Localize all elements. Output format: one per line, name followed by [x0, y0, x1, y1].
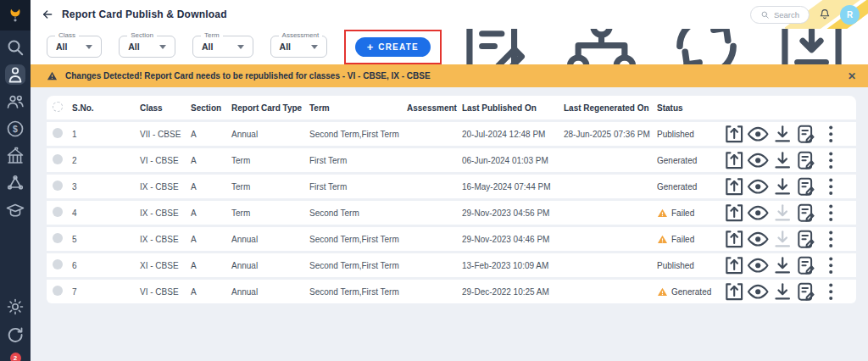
avatar[interactable]: R [840, 5, 860, 25]
institution-icon [5, 146, 25, 166]
cell-sno: 4 [68, 208, 136, 218]
cell-section: A [186, 130, 227, 139]
row-select-radio[interactable] [53, 259, 63, 269]
cell-sno: 2 [68, 156, 136, 165]
more-options-icon[interactable] [819, 175, 843, 198]
filter-bar: Class All Section All Term All Assessmen… [31, 29, 868, 64]
sidebar-item-network[interactable] [5, 173, 25, 193]
row-actions [721, 122, 856, 146]
view-icon[interactable] [746, 253, 770, 277]
cell-class: IX - CBSE [136, 235, 186, 244]
status-warning-icon [657, 234, 668, 245]
cell-last-published: 29-Dec-2022 10:25 AM [458, 287, 559, 297]
topbar: Report Card Publish & Download Search R [31, 0, 868, 29]
edit-log-icon[interactable] [794, 253, 818, 277]
publish-icon[interactable] [722, 201, 746, 225]
status-badge: Published [653, 261, 721, 270]
more-options-icon[interactable] [819, 122, 843, 146]
more-options-icon[interactable] [819, 227, 843, 251]
assessment-filter-select[interactable]: Assessment All [270, 36, 327, 58]
download-icon[interactable] [771, 175, 794, 198]
section-filter-select[interactable]: Section All [119, 36, 175, 58]
download-icon[interactable] [771, 280, 794, 303]
download-icon[interactable] [771, 122, 794, 146]
cell-term: Second Term [305, 208, 403, 218]
select-all-radio[interactable] [53, 102, 63, 112]
download-icon[interactable] [771, 201, 794, 225]
global-search-input[interactable]: Search [750, 6, 810, 24]
status-text: Failed [671, 235, 694, 244]
view-icon[interactable] [746, 175, 770, 198]
publish-icon[interactable] [722, 227, 746, 251]
download-icon[interactable] [771, 148, 794, 172]
row-select-radio[interactable] [53, 233, 63, 243]
cell-term: Second Term,First Term [305, 235, 403, 244]
status-badge: Generated [653, 286, 721, 297]
row-select-radio[interactable] [53, 128, 63, 138]
row-select-radio[interactable] [53, 154, 63, 164]
warning-banner-text: Changes Detected! Report Card needs to b… [65, 71, 431, 81]
download-icon[interactable] [771, 227, 794, 251]
status-text: Failed [671, 208, 694, 218]
row-select-radio[interactable] [53, 180, 63, 191]
view-icon[interactable] [746, 148, 770, 172]
row-select-radio[interactable] [53, 207, 63, 217]
status-text: Published [657, 261, 694, 270]
warning-banner: Changes Detected! Report Card needs to b… [31, 64, 868, 87]
back-arrow-icon[interactable] [41, 8, 54, 21]
edit-log-icon[interactable] [794, 280, 818, 303]
sidebar-item-student[interactable] [5, 64, 25, 85]
sidebar-item-fees[interactable]: $ [5, 119, 25, 139]
edit-log-icon[interactable] [794, 227, 818, 251]
edit-log-icon[interactable] [794, 122, 818, 146]
notification-badge[interactable]: 2 [10, 353, 21, 361]
publish-icon[interactable] [722, 175, 746, 198]
create-button[interactable]: + CREATE [355, 37, 431, 57]
row-actions [721, 280, 856, 303]
term-filter-label: Term [201, 31, 223, 39]
sidebar-item-people[interactable] [5, 92, 25, 112]
row-select-radio[interactable] [53, 286, 63, 296]
sync-arc-icon [5, 325, 25, 345]
download-icon[interactable] [771, 253, 794, 277]
sidebar-item-search[interactable] [5, 37, 25, 58]
more-options-icon[interactable] [819, 201, 843, 225]
triangle-network-icon [5, 173, 25, 193]
cell-last-published: 16-May-2024 07:44 PM [458, 182, 559, 192]
sidebar-item-settings[interactable] [5, 297, 25, 317]
publish-icon[interactable] [722, 253, 746, 277]
content-area: S.No. Class Section Report Card Type Ter… [31, 87, 868, 361]
edit-log-icon[interactable] [794, 175, 818, 198]
more-options-icon[interactable] [819, 148, 843, 172]
edit-log-icon[interactable] [794, 201, 818, 225]
sidebar-item-sync[interactable] [5, 325, 25, 345]
row-actions [721, 175, 856, 198]
sidebar-item-institution[interactable] [5, 146, 25, 166]
app-logo[interactable] [0, 0, 31, 31]
view-icon[interactable] [746, 280, 770, 303]
view-icon[interactable] [746, 122, 770, 146]
status-warning-icon [657, 286, 668, 297]
close-icon[interactable]: ✕ [848, 71, 856, 81]
bell-icon[interactable] [818, 8, 832, 21]
edit-log-icon[interactable] [794, 148, 818, 172]
more-options-icon[interactable] [819, 253, 843, 277]
red-annotation-box: + CREATE [344, 30, 442, 64]
term-filter-select[interactable]: Term All [192, 36, 253, 58]
section-filter-value: All [128, 42, 139, 52]
status-badge: Generated [653, 182, 721, 192]
publish-icon[interactable] [722, 148, 746, 172]
more-options-icon[interactable] [819, 280, 843, 303]
status-badge: Generated [653, 156, 721, 165]
class-filter-select[interactable]: Class All [47, 36, 102, 58]
publish-icon[interactable] [722, 280, 746, 303]
cell-section: A [186, 287, 227, 297]
view-icon[interactable] [746, 227, 770, 251]
sidebar-item-academics[interactable] [5, 200, 25, 220]
column-header-sno: S.No. [68, 103, 136, 113]
table-row: 3 IX - CBSE A Term First Term 16-May-202… [47, 175, 856, 198]
chevron-down-icon [159, 45, 166, 49]
view-icon[interactable] [746, 201, 770, 225]
publish-icon[interactable] [722, 122, 746, 146]
cell-class: VII - CBSE [136, 130, 186, 139]
